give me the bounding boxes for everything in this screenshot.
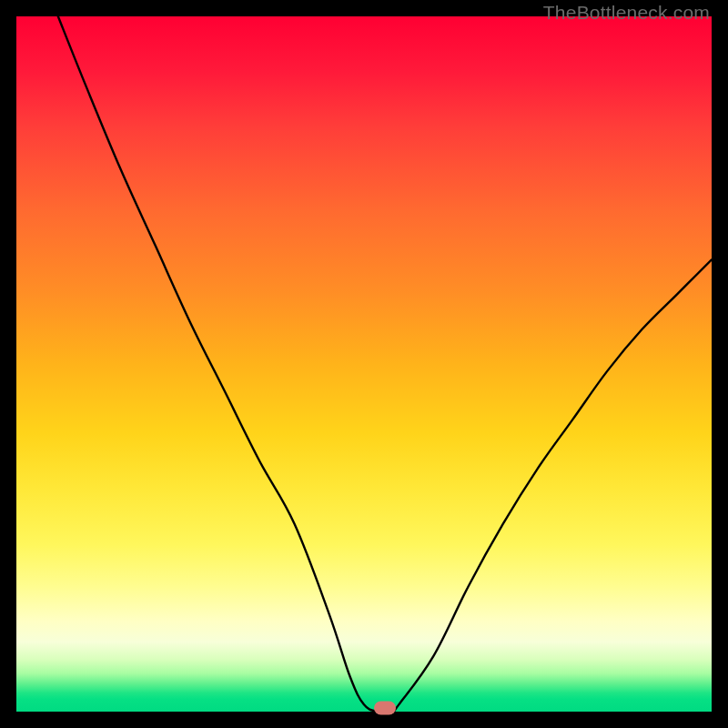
optimal-point-marker	[374, 702, 396, 715]
watermark-text: TheBottleneck.com	[543, 2, 710, 24]
chart-plot-area	[16, 16, 712, 712]
chart-frame: TheBottleneck.com	[0, 0, 728, 728]
bottleneck-curve	[16, 16, 712, 712]
